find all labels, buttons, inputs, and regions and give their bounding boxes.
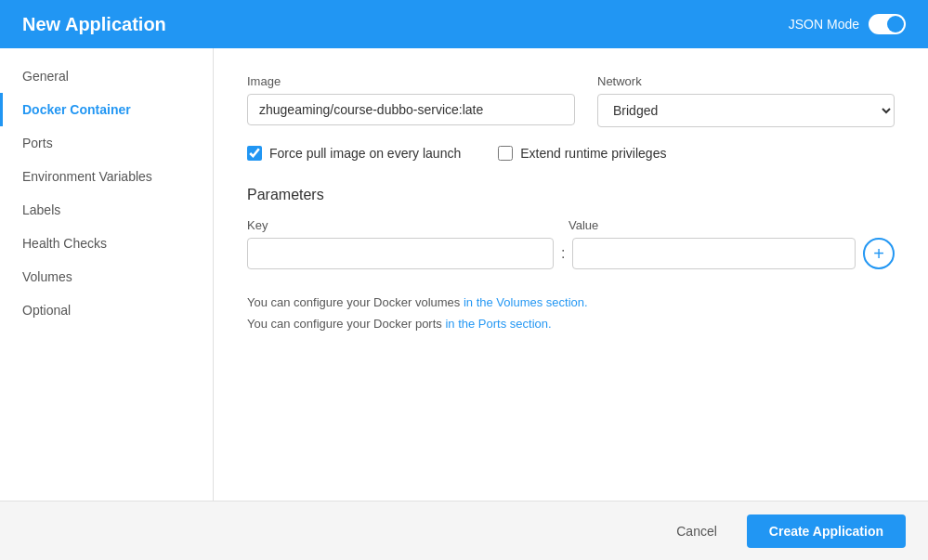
extend-privileges-checkbox-label[interactable]: Extend runtime privileges — [498, 146, 666, 161]
page-title: New Application — [22, 14, 166, 35]
network-group: Network Bridged Host None — [597, 74, 895, 127]
force-pull-checkbox[interactable] — [247, 146, 262, 161]
network-label: Network — [597, 74, 895, 88]
sidebar-item-volumes[interactable]: Volumes — [0, 260, 213, 293]
cancel-button[interactable]: Cancel — [661, 516, 732, 546]
image-network-row: Image Network Bridged Host None — [247, 74, 895, 127]
json-mode-toggle-area: JSON Mode — [789, 14, 906, 34]
image-input[interactable] — [247, 94, 575, 125]
value-input[interactable] — [572, 238, 856, 269]
colon-separator: : — [561, 245, 565, 262]
info-text-area: You can configure your Docker volumes in… — [247, 292, 895, 335]
image-label: Image — [247, 74, 575, 88]
ports-link[interactable]: in the Ports section. — [445, 317, 551, 331]
create-application-button[interactable]: Create Application — [747, 514, 906, 548]
sidebar-item-environment-variables[interactable]: Environment Variables — [0, 160, 213, 193]
image-group: Image — [247, 74, 575, 125]
content-area: Image Network Bridged Host None Force pu… — [214, 48, 928, 501]
ports-info-line: You can configure your Docker ports in t… — [247, 313, 895, 334]
volumes-link[interactable]: in the Volumes section. — [464, 295, 588, 309]
parameters-title: Parameters — [247, 187, 895, 203]
footer: Cancel Create Application — [0, 501, 928, 560]
json-mode-toggle[interactable] — [869, 14, 906, 34]
sidebar-item-optional[interactable]: Optional — [0, 293, 213, 327]
sidebar-item-ports[interactable]: Ports — [0, 126, 213, 160]
volumes-info-line: You can configure your Docker volumes in… — [247, 292, 895, 313]
main-body: General Docker Container Ports Environme… — [0, 48, 928, 501]
params-labels-row: Key Value — [247, 218, 895, 232]
checkboxes-row: Force pull image on every launch Extend … — [247, 146, 895, 161]
sidebar-item-docker-container[interactable]: Docker Container — [0, 93, 213, 126]
key-label: Key — [247, 218, 554, 232]
sidebar-item-labels[interactable]: Labels — [0, 193, 213, 227]
force-pull-label: Force pull image on every launch — [269, 146, 461, 161]
json-mode-label: JSON Mode — [789, 17, 859, 32]
sidebar-item-health-checks[interactable]: Health Checks — [0, 227, 213, 260]
params-inputs-row: : + — [247, 238, 895, 269]
add-param-button[interactable]: + — [863, 238, 895, 269]
extend-privileges-label: Extend runtime privileges — [520, 146, 666, 161]
value-label: Value — [569, 218, 895, 232]
sidebar-item-general[interactable]: General — [0, 59, 213, 93]
sidebar: General Docker Container Ports Environme… — [0, 48, 214, 501]
app-header: New Application JSON Mode — [0, 0, 928, 48]
network-select[interactable]: Bridged Host None — [597, 94, 895, 127]
toggle-knob — [887, 16, 904, 33]
force-pull-checkbox-label[interactable]: Force pull image on every launch — [247, 146, 461, 161]
parameters-section: Parameters Key Value : + — [247, 187, 895, 269]
key-input[interactable] — [247, 238, 554, 269]
extend-privileges-checkbox[interactable] — [498, 146, 513, 161]
